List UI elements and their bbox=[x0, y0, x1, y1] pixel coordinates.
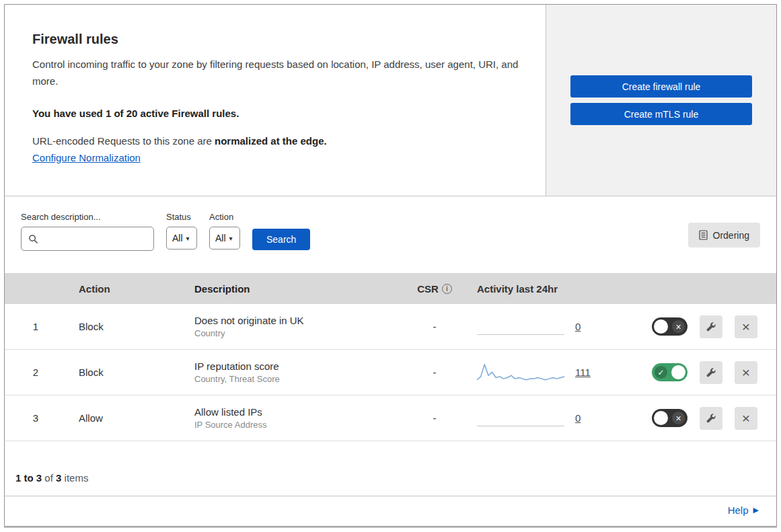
rule-controls: ✓ × × bbox=[643, 315, 776, 338]
search-group: Search description... bbox=[21, 212, 154, 251]
search-input-wrapper bbox=[21, 227, 154, 251]
wrench-icon bbox=[706, 367, 716, 378]
chevron-right-icon: ▶ bbox=[753, 506, 759, 515]
rule-description-cell: Allow listed IPs IP Source Address bbox=[182, 406, 404, 430]
activity-count-link[interactable]: 111 bbox=[575, 367, 591, 378]
help-link[interactable]: Help ▶ bbox=[728, 504, 759, 516]
table-end-spacer bbox=[5, 441, 776, 452]
rule-activity-cell: 0 bbox=[465, 407, 643, 430]
x-icon: × bbox=[672, 412, 685, 424]
header-text-panel: Firewall rules Control incoming traffic … bbox=[5, 5, 546, 196]
activity-sparkline bbox=[477, 361, 564, 384]
activity-count-link[interactable]: 0 bbox=[575, 412, 581, 424]
action-label: Action bbox=[209, 212, 240, 222]
page-header: Firewall rules Control incoming traffic … bbox=[5, 5, 776, 196]
chevron-down-icon: ▾ bbox=[186, 235, 190, 242]
close-icon: × bbox=[742, 319, 750, 334]
rule-action: Block bbox=[67, 367, 182, 378]
rule-description-cell: Does not originate in UK Country bbox=[182, 315, 404, 338]
rule-enable-toggle[interactable]: ✓ × bbox=[652, 363, 687, 381]
csr-column-header: CSR i bbox=[404, 283, 465, 295]
table-row: 2 Block IP reputation score Country, Thr… bbox=[5, 350, 776, 395]
info-icon[interactable]: i bbox=[442, 284, 452, 294]
table-row: 1 Block Does not originate in UK Country… bbox=[5, 304, 776, 350]
configure-normalization-link[interactable]: Configure Normalization bbox=[32, 152, 141, 163]
rule-activity-cell: 111 bbox=[465, 361, 643, 384]
rule-criteria: IP Source Address bbox=[194, 420, 404, 430]
wrench-icon bbox=[706, 413, 716, 424]
wrench-icon bbox=[706, 321, 716, 332]
filters-bar: Search description... Status All ▾ Actio… bbox=[5, 196, 776, 273]
help-link-label: Help bbox=[728, 504, 749, 516]
rule-enable-toggle[interactable]: ✓ × bbox=[652, 317, 687, 336]
rule-controls: ✓ × × bbox=[643, 407, 776, 430]
action-dropdown[interactable]: All ▾ bbox=[209, 227, 240, 250]
rule-description-cell: IP reputation score Country, Threat Scor… bbox=[182, 360, 404, 384]
search-input[interactable] bbox=[42, 233, 147, 244]
delete-rule-button[interactable]: × bbox=[735, 361, 757, 384]
rule-number: 2 bbox=[5, 367, 67, 378]
search-button[interactable]: Search bbox=[252, 229, 310, 250]
rule-criteria: Country bbox=[194, 328, 404, 338]
action-filter-group: Action All ▾ bbox=[209, 212, 240, 250]
create-mtls-rule-button[interactable]: Create mTLS rule bbox=[570, 103, 752, 125]
rule-csr: - bbox=[404, 321, 465, 332]
firewall-rules-page: Firewall rules Control incoming traffic … bbox=[4, 4, 777, 527]
rule-enable-toggle[interactable]: ✓ × bbox=[652, 409, 687, 427]
actions-panel: Create firewall rule Create mTLS rule bbox=[546, 5, 776, 196]
status-filter-group: Status All ▾ bbox=[166, 212, 197, 250]
action-dropdown-value: All bbox=[215, 233, 226, 243]
page-title: Firewall rules bbox=[32, 32, 519, 47]
action-column-header: Action bbox=[67, 283, 182, 295]
ordering-list-icon bbox=[699, 230, 708, 240]
delete-rule-button[interactable]: × bbox=[735, 315, 757, 338]
rule-number: 1 bbox=[5, 321, 67, 332]
activity-count-link[interactable]: 0 bbox=[575, 321, 581, 332]
rule-activity-cell: 0 bbox=[465, 315, 643, 338]
chevron-down-icon: ▾ bbox=[229, 235, 233, 242]
rule-description: Allow listed IPs bbox=[194, 406, 404, 418]
status-label: Status bbox=[166, 212, 197, 222]
normalization-note: URL-encoded Requests to this zone are no… bbox=[32, 135, 519, 147]
delete-rule-button[interactable]: × bbox=[735, 407, 757, 430]
edit-rule-button[interactable] bbox=[700, 361, 722, 384]
check-icon: ✓ bbox=[655, 366, 667, 379]
rule-action: Allow bbox=[67, 412, 182, 424]
help-bar: Help ▶ bbox=[5, 496, 776, 526]
ordering-button-label: Ordering bbox=[713, 230, 749, 241]
status-dropdown-value: All bbox=[172, 233, 183, 243]
x-icon: × bbox=[672, 320, 685, 333]
search-label: Search description... bbox=[21, 212, 154, 222]
rule-controls: ✓ × × bbox=[643, 361, 776, 384]
activity-sparkline bbox=[477, 315, 564, 338]
table-header-row: Action Description CSR i Activity last 2… bbox=[5, 273, 776, 304]
rules-usage-note: You have used 1 of 20 active Firewall ru… bbox=[32, 108, 519, 119]
edit-rule-button[interactable] bbox=[700, 315, 722, 338]
close-icon: × bbox=[742, 411, 750, 425]
edit-rule-button[interactable] bbox=[700, 407, 722, 430]
rule-criteria: Country, Threat Score bbox=[194, 374, 404, 384]
rule-csr: - bbox=[404, 412, 465, 424]
status-dropdown[interactable]: All ▾ bbox=[166, 227, 197, 250]
rule-description: Does not originate in UK bbox=[194, 315, 404, 326]
activity-sparkline bbox=[477, 407, 564, 430]
ordering-button[interactable]: Ordering bbox=[688, 223, 760, 248]
activity-column-header: Activity last 24hr bbox=[465, 283, 643, 295]
toggle-knob bbox=[654, 319, 668, 334]
rule-number: 3 bbox=[5, 412, 67, 424]
table-row: 3 Allow Allow listed IPs IP Source Addre… bbox=[5, 395, 776, 441]
rule-action: Block bbox=[67, 321, 182, 332]
pagination-summary: 1 to 3 of 3 items bbox=[5, 452, 776, 496]
description-column-header: Description bbox=[182, 283, 404, 295]
close-icon: × bbox=[742, 365, 750, 379]
toggle-knob bbox=[654, 411, 668, 425]
toggle-knob bbox=[671, 365, 685, 379]
page-description: Control incoming traffic to your zone by… bbox=[32, 56, 519, 90]
rule-description: IP reputation score bbox=[194, 360, 404, 372]
search-icon bbox=[28, 234, 38, 244]
create-firewall-rule-button[interactable]: Create firewall rule bbox=[570, 75, 752, 98]
rule-csr: - bbox=[404, 367, 465, 378]
